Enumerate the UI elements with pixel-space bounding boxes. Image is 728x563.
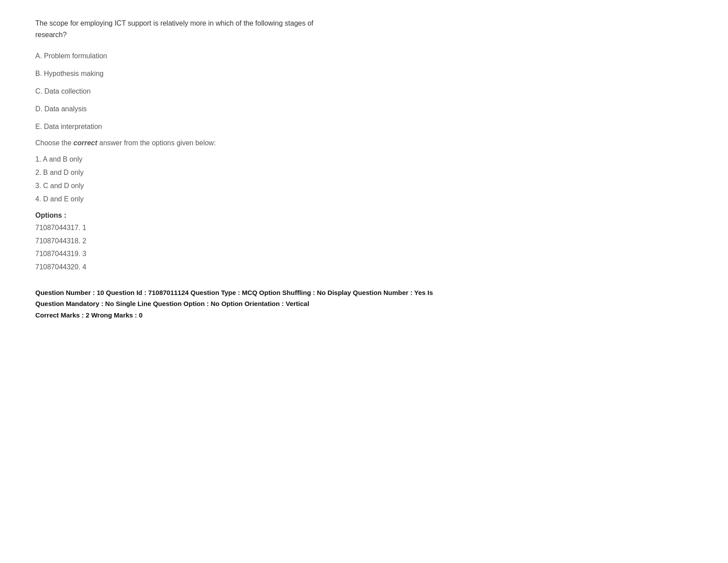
answer-4: 4. D and E only [35,194,693,204]
option-a: A. Problem formulation [35,51,693,61]
option-b: B. Hypothesis making [35,68,693,79]
option-d: D. Data analysis [35,104,693,114]
option-id-1: 71087044317. 1 [35,222,693,234]
metadata-block: Question Number : 10 Question Id : 71087… [35,287,521,321]
metadata-line1: Question Number : 10 Question Id : 71087… [35,287,521,299]
option-id-3: 71087044319. 3 [35,248,693,260]
instruction-prefix: Choose the [35,139,73,147]
question-text: The scope for employing ICT support is r… [35,18,432,40]
answer-list: 1. A and B only 2. B and D only 3. C and… [35,154,693,204]
question-container: The scope for employing ICT support is r… [35,18,693,321]
option-id-2: 71087044318. 2 [35,235,693,247]
instruction-bold: correct [73,139,97,147]
choose-instruction: Choose the correct answer from the optio… [35,139,693,147]
option-e: E. Data interpretation [35,121,693,132]
option-c: C. Data collection [35,86,693,97]
options-label: Options : [35,212,693,219]
metadata-line3: Correct Marks : 2 Wrong Marks : 0 [35,310,521,321]
answer-1: 1. A and B only [35,154,693,165]
answer-2: 2. B and D only [35,167,693,178]
metadata-line2: Question Mandatory : No Single Line Ques… [35,298,521,310]
instruction-suffix: answer from the options given below: [98,139,216,147]
question-text-line2: research? [35,31,67,38]
option-id-4: 71087044320. 4 [35,261,693,273]
answer-3: 3. C and D only [35,181,693,191]
question-text-line1: The scope for employing ICT support is r… [35,19,313,27]
